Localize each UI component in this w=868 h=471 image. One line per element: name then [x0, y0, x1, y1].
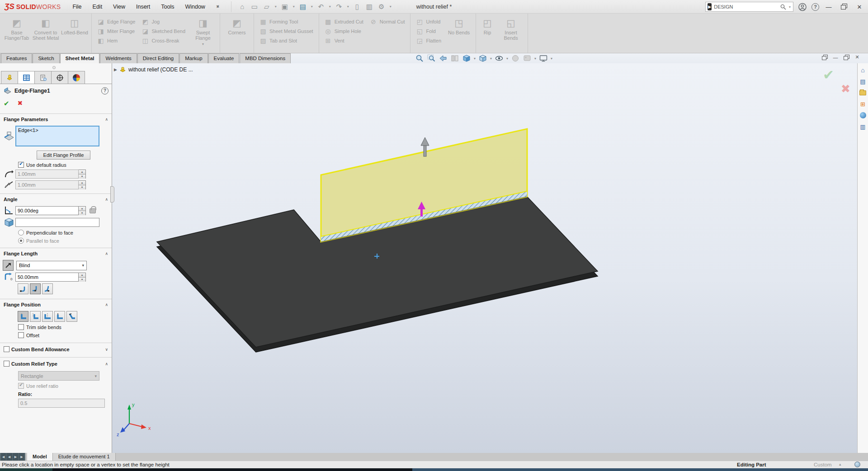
cross-break-button[interactable]: ◫ Cross-Break	[139, 36, 188, 45]
hem-button[interactable]: ◧ Hem	[95, 36, 137, 45]
bend-radius-spinner[interactable]: ▴▾	[79, 170, 86, 179]
menu-file[interactable]: File	[67, 0, 87, 14]
flange-length-field[interactable]	[15, 273, 79, 282]
view-orientation-caret-icon[interactable]: ▾	[474, 57, 476, 61]
redo-icon[interactable]: ↷	[334, 1, 344, 12]
view-orientation-icon[interactable]	[462, 54, 471, 63]
angle-header[interactable]: Angle ∧	[0, 194, 112, 204]
custom-relief-type-checkbox[interactable]	[4, 361, 9, 367]
vent-button[interactable]: ⊞ Vent	[322, 36, 366, 45]
doc-minimize-icon[interactable]: —	[832, 55, 839, 60]
menu-view[interactable]: View	[108, 0, 131, 14]
bend-from-virtual-sharp-button[interactable]	[54, 311, 65, 322]
tab-mbd-dimensions[interactable]: MBD Dimensions	[240, 53, 291, 63]
zoom-to-area-icon[interactable]	[427, 54, 436, 63]
graphics-viewport[interactable]: ▶ without relief (CODE DE ...	[112, 63, 857, 453]
zoom-to-fit-icon[interactable]	[415, 54, 424, 63]
model-scene[interactable]	[112, 63, 857, 453]
select-tool-icon[interactable]: ▯	[352, 1, 363, 12]
fold-button[interactable]: ◱ Fold	[414, 26, 443, 36]
account-icon[interactable]	[797, 3, 808, 11]
offset-checkbox[interactable]	[18, 332, 24, 338]
undo-caret-icon[interactable]: ▾	[328, 5, 332, 9]
angle-lock-icon[interactable]	[90, 208, 96, 213]
new-document-icon[interactable]: ▭	[249, 1, 260, 12]
material-outside-button[interactable]	[30, 311, 41, 322]
flange-length-header[interactable]: Flange Length ∧	[0, 248, 112, 258]
panel-splitter-handle[interactable]	[52, 66, 56, 69]
model-tab[interactable]: Model	[27, 453, 53, 461]
gap-distance-spinner[interactable]: ▴▾	[79, 180, 86, 189]
hide-show-items-icon[interactable]	[495, 54, 504, 63]
menu-tools[interactable]: Tools	[156, 0, 179, 14]
units-config-label[interactable]: Custom	[814, 462, 832, 467]
reverse-direction-button[interactable]	[3, 260, 14, 271]
options-gear-icon[interactable]: ⚙	[376, 1, 387, 12]
hide-show-caret-icon[interactable]: ▾	[506, 57, 508, 61]
tab-evaluate[interactable]: Evaluate	[208, 53, 240, 63]
print-icon[interactable]: ▤	[297, 1, 308, 12]
view-palette-icon[interactable]: ⊞	[859, 100, 867, 108]
appearances-scenes-icon[interactable]	[859, 111, 867, 119]
tab-dimxpert-manager[interactable]	[51, 71, 68, 84]
rip-button[interactable]: ◰ Rip	[479, 16, 495, 35]
options-caret-icon[interactable]: ▾	[388, 5, 393, 9]
open-caret-icon[interactable]: ▾	[274, 5, 278, 9]
search-icon[interactable]	[780, 4, 786, 10]
doc-close-icon[interactable]: ✕	[854, 54, 861, 60]
miter-flange-button[interactable]: ◨ Miter Flange	[95, 26, 137, 36]
tab-markup[interactable]: Markup	[179, 53, 208, 63]
bend-radius-field[interactable]	[15, 170, 79, 179]
doc-new-window-icon[interactable]	[821, 55, 828, 60]
connection-globe-icon[interactable]	[854, 462, 860, 467]
unfold-button[interactable]: ◰ Unfold	[414, 17, 443, 26]
search-caret-icon[interactable]: ▾	[788, 5, 791, 9]
search-input[interactable]	[714, 4, 778, 9]
tangent-to-bend-button[interactable]	[66, 311, 77, 322]
window-close-button[interactable]: ✕	[854, 4, 865, 10]
tab-sheet-metal[interactable]: Sheet Metal	[60, 53, 100, 63]
pm-help-icon[interactable]: ?	[101, 87, 108, 94]
tab-property-manager[interactable]	[18, 71, 35, 84]
previous-view-icon[interactable]	[439, 54, 448, 63]
menu-insert[interactable]: Insert	[131, 0, 156, 14]
previous-tab-button[interactable]: ◀	[6, 453, 13, 461]
custom-relief-type-header[interactable]: Custom Relief Type ∧	[0, 358, 112, 369]
print-caret-icon[interactable]: ▾	[310, 5, 314, 9]
tab-weldments[interactable]: Weldments	[100, 53, 137, 63]
edge-flange-button[interactable]: ◪ Edge Flange	[95, 17, 137, 26]
normal-cut-button[interactable]: ⊘ Normal Cut	[368, 17, 407, 26]
sketched-bend-button[interactable]: ◪ Sketched Bend	[139, 26, 188, 36]
trim-side-bends-checkbox[interactable]	[18, 324, 24, 330]
end-condition-select[interactable]: Blind ▾	[16, 261, 87, 270]
display-style-icon[interactable]	[478, 54, 487, 63]
window-restore-button[interactable]	[838, 3, 850, 11]
evaluate-icon[interactable]: ▥	[364, 1, 375, 12]
view-settings-caret-icon[interactable]: ▾	[551, 57, 552, 61]
home-icon[interactable]: ⌂	[237, 1, 248, 12]
lofted-bend-button[interactable]: ◫ Lofted-Bend	[61, 16, 88, 35]
design-library-icon[interactable]: ▤	[859, 77, 867, 85]
base-flange-tab-button[interactable]: ◩ Base Flange/Tab	[3, 16, 30, 41]
pin-menu-icon[interactable]: ✦	[210, 0, 225, 14]
material-inside-button[interactable]	[18, 311, 28, 322]
flange-angle-field[interactable]	[15, 206, 79, 215]
search-scope-icon[interactable]: ▶	[708, 3, 712, 10]
tab-features[interactable]: Features	[1, 53, 32, 63]
doc-restore-icon[interactable]	[843, 55, 849, 60]
bend-outside-button[interactable]	[42, 311, 53, 322]
outer-virtual-sharp-button[interactable]	[18, 283, 28, 294]
reference-face-box[interactable]	[15, 218, 99, 227]
redo-caret-icon[interactable]: ▾	[346, 5, 350, 9]
ok-button[interactable]: ✔	[4, 99, 9, 108]
parallel-to-face-radio[interactable]	[18, 238, 24, 244]
tab-feature-manager[interactable]	[1, 71, 18, 84]
flange-position-header[interactable]: Flange Position ∧	[0, 299, 112, 309]
tab-configuration-manager[interactable]	[34, 71, 52, 84]
tab-and-slot-button[interactable]: ▨ Tab and Slot	[257, 36, 316, 45]
tab-display-manager[interactable]	[68, 71, 85, 84]
first-tab-button[interactable]: ◀	[0, 453, 6, 461]
window-minimize-button[interactable]: —	[823, 4, 835, 10]
panel-resize-handle[interactable]	[110, 186, 114, 203]
confirm-ok-icon[interactable]: ✔	[823, 67, 834, 83]
